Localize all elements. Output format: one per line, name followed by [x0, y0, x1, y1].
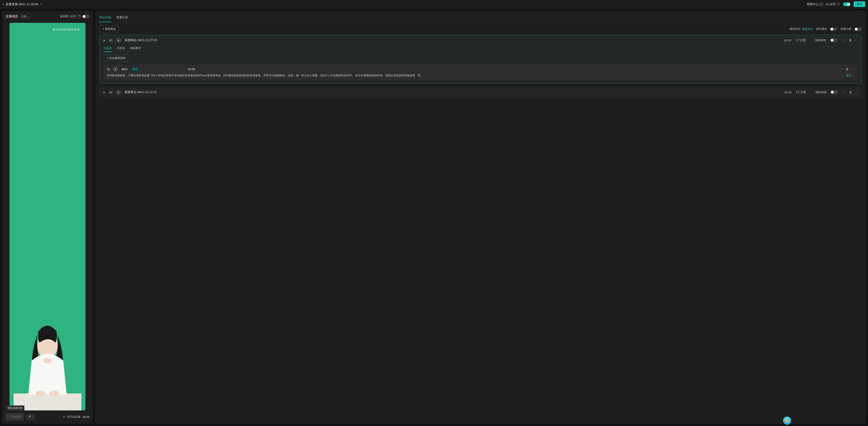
assistant-fab[interactable]: 😊 — [783, 417, 791, 425]
script-name: M3U — [121, 68, 127, 71]
loop-toggle[interactable] — [830, 27, 837, 31]
product-index: 01 — [110, 39, 113, 42]
ai-overlay-text: 部分内容由AI技术生成 — [53, 28, 80, 32]
status-time: 00:00 — [83, 415, 90, 419]
script-index: 01 — [107, 68, 110, 71]
drag-handle-icon[interactable] — [838, 68, 843, 71]
inner-tab-scripts[interactable]: 文案库 — [104, 46, 112, 52]
more-icon[interactable] — [851, 68, 854, 71]
svg-point-3 — [36, 391, 46, 396]
save-button[interactable]: 保存 — [854, 1, 865, 7]
watermark-toggle[interactable] — [843, 2, 850, 6]
add-from-library-button[interactable]: 从文案库添加 — [104, 55, 128, 62]
voice-select-link[interactable]: 选择音色 — [802, 27, 813, 31]
smart-toggle[interactable] — [855, 27, 862, 31]
help-icon[interactable] — [77, 14, 81, 18]
play-icon[interactable] — [116, 90, 121, 94]
fullscreen-label: 直播窗口全屏 — [60, 14, 76, 18]
more-icon[interactable] — [855, 39, 857, 42]
edit-title-icon[interactable] — [40, 2, 42, 6]
product-time: 00:00 — [784, 39, 792, 42]
start-live-button[interactable]: 开始直播 — [5, 413, 24, 421]
help-link[interactable]: 帮助中心 — [807, 2, 823, 6]
page-title: 新建直播 08/11 21:29:08 — [6, 2, 38, 6]
status-text: 未开始直播 — [67, 415, 81, 419]
script-time: 00:00 — [188, 68, 195, 71]
script-card: 01 M3U 商品 00:00 HiFi随身播放器，只要音质好就足够了吗？对我这… — [104, 64, 857, 80]
mic-button[interactable] — [26, 414, 35, 420]
expand-link[interactable]: 展开 — [846, 73, 854, 78]
random-toggle[interactable] — [830, 38, 837, 42]
help-icon[interactable] — [836, 2, 840, 6]
product-title: 新建商品 08/11 21:22:11 — [125, 90, 157, 94]
inner-tab-media[interactable]: 画面素材 — [130, 46, 141, 52]
delete-icon[interactable] — [846, 68, 848, 71]
fullscreen-toggle[interactable] — [82, 15, 90, 18]
svg-point-2 — [43, 358, 52, 363]
preview-title: 直播画面 — [5, 14, 18, 19]
random-toggle[interactable] — [831, 90, 838, 94]
product-count: 1个文案 — [796, 90, 811, 94]
external-link-icon — [819, 2, 823, 6]
product-index: 02 — [109, 91, 112, 94]
more-icon[interactable] — [855, 91, 858, 94]
tab-live-interact[interactable]: 直播互动 — [116, 14, 128, 22]
product-time: 00:00 — [784, 91, 792, 94]
watermark-label-group: AI 水印 — [826, 2, 840, 6]
product-title: 新建商品 08/11 21:27:03 — [125, 38, 157, 42]
inner-tab-qa[interactable]: 问答库 — [117, 46, 125, 52]
avatar-preview — [13, 316, 81, 411]
preview-panel: 直播画面 流畅 直播窗口全屏 部分内容由AI技术生成 — [2, 11, 93, 424]
status-dot — [63, 416, 65, 418]
script-text: HiFi随身播放器，只要音质好就足够了吗？对我这样舍不得花钱买安卓备机的iPho… — [107, 73, 845, 78]
tab-product-list[interactable]: 商品列表 — [99, 14, 111, 22]
add-product-button[interactable]: 添加商品 — [99, 26, 119, 33]
preview-area: 部分内容由AI技术生成 — [9, 23, 86, 411]
tooltip: 请先选择音色 — [6, 405, 24, 411]
script-tag: 商品 — [131, 67, 139, 71]
product-card: 01 新建商品 08/11 21:27:03 00:00 1个文案 随机播放 文… — [99, 35, 862, 84]
delete-icon[interactable] — [849, 39, 852, 42]
delete-icon[interactable] — [849, 91, 852, 94]
play-icon[interactable] — [117, 38, 121, 42]
quality-select[interactable]: 流畅 — [20, 14, 31, 19]
expand-icon[interactable] — [104, 39, 105, 42]
drag-handle-icon[interactable] — [842, 39, 846, 42]
expand-icon[interactable] — [103, 91, 105, 94]
svg-point-4 — [49, 391, 59, 396]
back-icon[interactable] — [3, 2, 4, 6]
product-card: 02 新建商品 08/11 21:22:11 00:00 1个文案 随机播放 — [99, 87, 862, 97]
product-count: 1个文案 — [796, 38, 811, 42]
drag-handle-icon[interactable] — [842, 91, 846, 94]
content-panel: 商品列表 直播互动 添加商品 播报音色: 选择音色 循环播放 智能问答 01 新… — [95, 11, 866, 424]
play-icon[interactable] — [114, 67, 118, 71]
